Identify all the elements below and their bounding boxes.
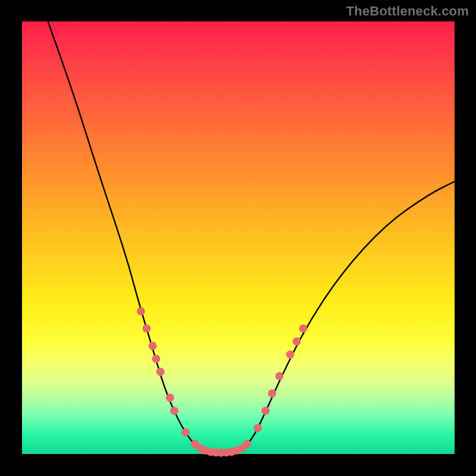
- watermark-text: TheBottleneck.com: [346, 4, 469, 19]
- bottleneck-curve: [48, 21, 455, 453]
- data-marker: [142, 324, 151, 333]
- data-marker: [243, 440, 251, 448]
- data-marker: [152, 355, 160, 363]
- data-marker: [156, 368, 165, 376]
- data-marker: [268, 389, 276, 397]
- data-marker: [253, 424, 262, 432]
- data-marker: [149, 342, 157, 350]
- data-marker: [293, 337, 301, 346]
- data-marker: [181, 428, 190, 437]
- data-marker: [299, 324, 308, 333]
- chart-svg: [22, 21, 455, 454]
- data-marker: [166, 394, 174, 402]
- data-marker: [275, 372, 284, 380]
- data-marker: [286, 350, 295, 359]
- chart-frame: TheBottleneck.com: [0, 0, 476, 476]
- plot-area: [22, 21, 455, 454]
- data-marker: [137, 307, 145, 315]
- data-marker: [170, 406, 178, 415]
- data-marker: [261, 406, 270, 415]
